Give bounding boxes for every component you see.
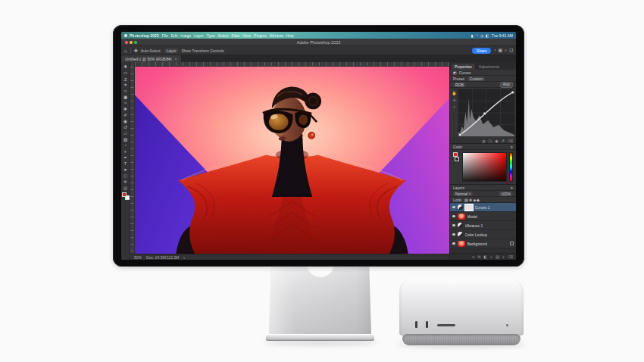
layer-row[interactable]: Curves 1 xyxy=(450,203,516,212)
options-bar-icon[interactable]: ⌕ xyxy=(505,48,507,53)
hue-slider[interactable] xyxy=(509,152,513,182)
saturation-picker[interactable] xyxy=(462,152,507,182)
layers-title[interactable]: Layers xyxy=(453,186,464,190)
color-swatches[interactable] xyxy=(122,192,130,200)
curves-editor[interactable]: ✋✛✧ xyxy=(450,88,516,138)
tool-button[interactable]: ✳ xyxy=(122,179,130,185)
tool-button[interactable]: ✚ xyxy=(122,106,130,112)
move-tool-icon[interactable]: ✥ xyxy=(134,48,138,53)
curve-tool-icon[interactable]: ✛ xyxy=(452,98,455,102)
transform-controls-label[interactable]: Show Transform Controls xyxy=(181,48,224,53)
menubar-item[interactable]: File xyxy=(162,33,168,38)
visibility-eye-icon[interactable] xyxy=(452,242,455,245)
layers-footer-icon[interactable]: fx xyxy=(478,254,481,259)
background-color-chip[interactable] xyxy=(455,157,459,161)
tool-button[interactable]: ✥ xyxy=(122,64,130,70)
color-panel-title[interactable]: Color xyxy=(453,145,462,149)
lock-icons[interactable]: ▨ ✥ ■ ◆ xyxy=(464,198,480,202)
tool-button[interactable]: ↺ xyxy=(122,124,130,130)
tool-button[interactable]: ✒ xyxy=(122,154,130,161)
apple-logo-icon[interactable] xyxy=(124,34,127,37)
visibility-eye-icon[interactable] xyxy=(452,224,455,227)
tool-button[interactable]: ▭ xyxy=(122,70,130,76)
options-bar-icon[interactable]: ❏ xyxy=(509,48,513,53)
zoom-level[interactable]: 50% xyxy=(134,255,142,260)
layers-footer-icon[interactable]: + xyxy=(502,254,505,259)
layer-row[interactable]: Background xyxy=(450,239,516,248)
opacity-dropdown[interactable]: 100% xyxy=(499,192,513,196)
visibility-eye-icon[interactable] xyxy=(452,215,455,218)
menubar-item[interactable]: Image xyxy=(180,33,191,38)
menubar-status-icon[interactable]: ◎ xyxy=(480,33,483,38)
close-tab-icon[interactable]: ✕ xyxy=(174,57,177,61)
panel-menu-icon[interactable]: ≡ xyxy=(511,145,513,149)
options-bar-icon[interactable]: ◔ xyxy=(493,48,496,53)
menubar-status-icon[interactable]: ◠ xyxy=(475,33,478,38)
menubar-item[interactable]: View xyxy=(243,33,252,38)
foreground-color-chip[interactable] xyxy=(453,152,458,157)
layers-footer-icon[interactable]: ◧ xyxy=(484,254,488,259)
layers-footer-icon[interactable]: ∞ xyxy=(472,254,475,259)
tool-button[interactable]: ⌗ xyxy=(122,88,130,94)
menubar-item[interactable]: Plugins xyxy=(254,33,266,38)
tool-button[interactable]: ➤ xyxy=(122,167,130,173)
tab-adjustments[interactable]: Adjustments xyxy=(476,64,503,70)
document-tab[interactable]: Untitled-1 @ 50% (RGB/8#) ✕ xyxy=(121,55,182,62)
layers-footer-icon[interactable]: ⌫ xyxy=(508,254,513,259)
curves-footer-icon[interactable]: ◳ xyxy=(489,139,492,143)
tool-button[interactable]: ▨ xyxy=(122,136,130,142)
tool-button[interactable]: ◉ xyxy=(122,118,130,124)
menubar-status-icon[interactable]: ▮ xyxy=(471,33,474,38)
menubar-item[interactable]: Layer xyxy=(194,33,204,38)
tool-button[interactable]: ✐ xyxy=(122,112,130,118)
channel-dropdown[interactable]: RGB xyxy=(453,83,466,87)
curve-tool-icon[interactable]: ✧ xyxy=(452,105,455,109)
curve-tool-icon[interactable]: ✋ xyxy=(452,91,456,95)
tool-button[interactable]: ◻ xyxy=(122,173,130,179)
menubar-item[interactable]: Window xyxy=(270,33,283,38)
menubar-item[interactable]: Filter xyxy=(231,33,239,38)
status-more-icon[interactable]: › xyxy=(183,255,185,260)
share-button[interactable]: Share xyxy=(472,48,491,54)
tool-button[interactable]: T xyxy=(122,161,130,167)
tool-button[interactable]: ✦ xyxy=(122,82,130,88)
tool-button[interactable]: ▱ xyxy=(122,130,130,136)
menubar-item[interactable]: Edit xyxy=(171,33,178,38)
tool-button[interactable]: ◔ xyxy=(122,142,130,148)
minimize-window-button[interactable] xyxy=(130,41,133,44)
curves-plot[interactable] xyxy=(458,89,514,136)
menubar-item[interactable]: Photoshop 2023 xyxy=(130,33,159,38)
menubar-status-icon[interactable]: ◧ xyxy=(486,33,489,38)
curves-footer-icon[interactable]: ⌫ xyxy=(508,139,513,143)
zoom-window-button[interactable] xyxy=(134,41,137,44)
home-icon[interactable]: ⌂ xyxy=(124,48,127,53)
tool-button[interactable]: ◎ xyxy=(122,185,130,191)
tool-button[interactable]: ✧ xyxy=(122,100,130,106)
layers-footer-icon[interactable]: ▤ xyxy=(496,254,499,259)
auto-select-dropdown[interactable]: Layer xyxy=(164,48,179,53)
visibility-eye-icon[interactable] xyxy=(452,233,455,236)
layer-row[interactable]: Vibrance 1 xyxy=(450,221,516,230)
curves-footer-icon[interactable]: ◉ xyxy=(495,139,498,143)
close-window-button[interactable] xyxy=(125,41,128,44)
color-fgbg-swatches[interactable] xyxy=(453,152,460,182)
tool-button[interactable]: ▣ xyxy=(122,94,130,100)
preset-dropdown[interactable]: Custom xyxy=(467,76,485,81)
tool-button[interactable]: ◐ xyxy=(122,148,130,154)
layer-row[interactable]: Model xyxy=(450,212,516,221)
curves-footer-icon[interactable]: ↺ xyxy=(502,139,505,143)
menubar-clock[interactable]: Tue 9:41 AM xyxy=(492,33,513,38)
visibility-eye-icon[interactable] xyxy=(452,206,455,209)
menubar-item[interactable]: Help xyxy=(286,33,294,38)
layer-row[interactable]: Color Lookup xyxy=(450,230,516,239)
menubar-item[interactable]: Select xyxy=(218,33,229,38)
tool-button[interactable]: ʓ xyxy=(122,76,130,82)
auto-button[interactable]: Auto xyxy=(500,82,513,88)
layers-menu-icon[interactable]: ≡ xyxy=(511,186,513,190)
tab-properties[interactable]: Properties xyxy=(452,64,475,70)
curves-footer-icon[interactable]: ◍ xyxy=(482,139,485,143)
options-bar-icon[interactable]: ▦ xyxy=(499,48,502,53)
foreground-color-swatch[interactable] xyxy=(122,192,127,197)
layers-footer-icon[interactable]: ◐ xyxy=(490,254,492,259)
blend-mode-dropdown[interactable]: Normal ˅ xyxy=(453,192,473,196)
